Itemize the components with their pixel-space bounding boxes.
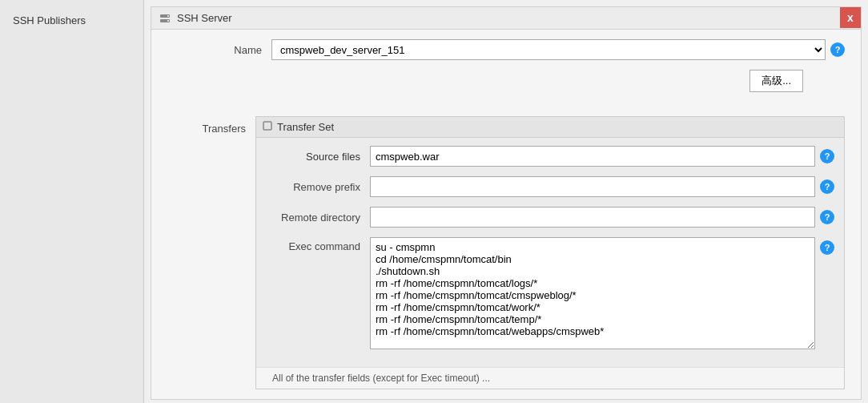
transfer-set-block: Transfer Set Source files ? (255, 116, 845, 389)
remove-prefix-label: Remove prefix (266, 181, 370, 193)
exec-command-textarea[interactable]: su - cmspmn cd /home/cmspmn/tomcat/bin .… (370, 237, 815, 349)
remote-directory-help-icon[interactable]: ? (820, 210, 834, 224)
source-files-input[interactable] (370, 146, 815, 167)
source-files-row: Source files ? (266, 146, 834, 167)
remove-prefix-input[interactable] (370, 176, 815, 197)
ssh-server-header: SSH Server x (151, 7, 861, 30)
exec-command-help-icon[interactable]: ? (820, 240, 834, 255)
name-control-wrap: cmspweb_dev_server_151 ? (271, 39, 845, 60)
remote-directory-input[interactable] (370, 207, 815, 228)
source-files-wrap: ? (370, 146, 834, 167)
name-help-icon[interactable]: ? (830, 42, 845, 57)
close-button[interactable]: x (840, 7, 861, 28)
remote-directory-wrap: ? (370, 207, 834, 228)
remove-prefix-help-icon[interactable]: ? (820, 179, 834, 194)
transfer-set-body: Source files ? Remove prefix ? (256, 138, 844, 367)
transfers-label: Transfers (167, 116, 255, 135)
ssh-server-block: SSH Server x Name cmspweb_dev_server_151… (151, 6, 862, 400)
sidebar: SSH Publishers (0, 0, 144, 403)
main-panel: SSH Server x Name cmspweb_dev_server_151… (144, 0, 868, 403)
server-icon (159, 13, 171, 24)
svg-rect-4 (263, 122, 271, 130)
advanced-row: 高级... (167, 70, 826, 100)
name-label: Name (167, 44, 271, 56)
name-section: Name cmspweb_dev_server_151 ? 高级... (151, 30, 861, 116)
transfer-set-icon (263, 121, 272, 133)
transfers-section: Transfers Transfer Set (151, 116, 861, 399)
sidebar-item-ssh-publishers[interactable]: SSH Publishers (0, 8, 143, 33)
sidebar-item-label: SSH Publishers (13, 14, 86, 26)
name-select[interactable]: cmspweb_dev_server_151 (271, 39, 826, 60)
transfer-set-header: Transfer Set (256, 117, 844, 138)
exec-command-label: Exec command (266, 237, 370, 252)
transfer-set-title: Transfer Set (277, 121, 334, 133)
source-files-help-icon[interactable]: ? (820, 149, 834, 163)
name-row: Name cmspweb_dev_server_151 ? (167, 39, 845, 60)
advanced-button[interactable]: 高级... (749, 70, 803, 92)
ssh-server-title: SSH Server (177, 12, 232, 24)
svg-point-2 (167, 15, 169, 17)
remote-directory-label: Remote directory (266, 212, 370, 224)
exec-command-wrap: su - cmspmn cd /home/cmspmn/tomcat/bin .… (370, 237, 834, 349)
remove-prefix-row: Remove prefix ? (266, 176, 834, 197)
exec-command-row: Exec command su - cmspmn cd /home/cmspmn… (266, 237, 834, 349)
source-files-label: Source files (266, 151, 370, 163)
remote-directory-row: Remote directory ? (266, 207, 834, 228)
footer-note: All of the transfer fields (except for E… (256, 367, 844, 389)
svg-point-3 (167, 20, 169, 22)
remove-prefix-wrap: ? (370, 176, 834, 197)
